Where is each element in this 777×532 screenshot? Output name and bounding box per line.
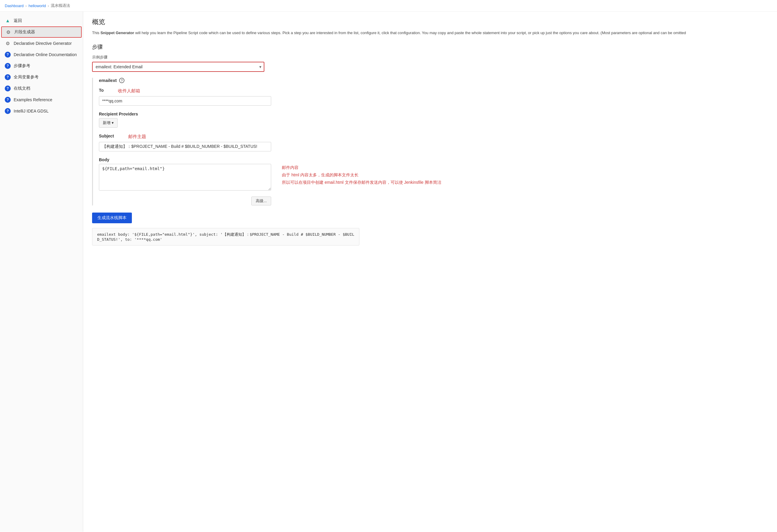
overview-desc: This Snippet Generator will help you lea… bbox=[92, 30, 768, 36]
main-content: 概览 This Snippet Generator will help you … bbox=[83, 12, 777, 532]
body-textarea[interactable] bbox=[99, 164, 271, 190]
overview-desc-bold: Snippet Generator bbox=[100, 31, 134, 35]
form-section: emailext ? To 收件人邮箱 Recipient Providers … bbox=[92, 78, 768, 206]
sidebar-item-declarative-directive[interactable]: ⚙ Declarative Directive Generator bbox=[0, 38, 83, 49]
arrow-up-icon: ▲ bbox=[5, 18, 11, 24]
breadcrumb-helloworld[interactable]: helloworld bbox=[28, 4, 46, 8]
emailext-header: emailext ? bbox=[99, 78, 768, 83]
sidebar: ▲ 返回 ⚙ 片段生成器 ⚙ Declarative Directive Gen… bbox=[0, 12, 83, 532]
sidebar-item-online-docs[interactable]: ? 在线文档 bbox=[0, 83, 83, 94]
steps-title: 步骤 bbox=[92, 43, 768, 50]
overview-title: 概览 bbox=[92, 17, 768, 26]
circle-q-icon-2: ? bbox=[5, 74, 11, 80]
body-annotation: 邮件内容 由于 html 内容太多，生成的脚本文件太长 所以可以在项目中创建 e… bbox=[282, 164, 441, 186]
body-annotation-line3: 所以可以在项目中创建 email.html 文件保存邮件发送内容，可以使 Jen… bbox=[282, 179, 441, 186]
body-annotation-line2: 由于 html 内容太多，生成的脚本文件太长 bbox=[282, 171, 441, 179]
add-button[interactable]: 新增 ▾ bbox=[99, 118, 118, 128]
circle-q-icon-1: ? bbox=[5, 63, 11, 69]
overview-desc-part1: This bbox=[92, 31, 100, 35]
circle-q-icon-0: ? bbox=[5, 52, 11, 57]
help-icon[interactable]: ? bbox=[119, 78, 124, 83]
gear-icon-directive: ⚙ bbox=[5, 40, 11, 46]
sidebar-item-label-step-ref: 步骤参考 bbox=[14, 63, 30, 69]
sidebar-item-label-global-vars: 全局变量参考 bbox=[14, 75, 38, 80]
sidebar-item-label-examples-ref: Examples Reference bbox=[14, 97, 52, 102]
gear-icon-snippet: ⚙ bbox=[5, 29, 11, 35]
steps-field-label: 示例步骤 bbox=[92, 54, 768, 60]
emailext-label: emailext bbox=[99, 78, 117, 83]
breadcrumb-sep-1: › bbox=[25, 4, 27, 8]
body-label: Body bbox=[99, 157, 768, 162]
body-group: Body 邮件内容 由于 html 内容太多，生成的脚本文件太长 所以可以在项目… bbox=[99, 157, 768, 190]
to-label: To bbox=[99, 88, 104, 93]
to-annotation: 收件人邮箱 bbox=[118, 88, 140, 94]
output-section: emailext body: '${FILE,path="email.html"… bbox=[92, 228, 359, 246]
body-annotation-line1: 邮件内容 bbox=[282, 164, 441, 171]
to-input[interactable] bbox=[99, 96, 271, 106]
recipient-providers-label: Recipient Providers bbox=[99, 112, 768, 116]
breadcrumb-current: 流水线语法 bbox=[51, 3, 70, 8]
sidebar-item-label-snippet: 片段生成器 bbox=[14, 29, 35, 35]
sidebar-item-label-online-doc: Declarative Online Documentation bbox=[14, 52, 77, 57]
sidebar-item-snippet-generator[interactable]: ⚙ 片段生成器 bbox=[1, 26, 82, 38]
steps-select-wrapper: emailext: Extended Email ▾ bbox=[92, 62, 264, 72]
add-btn-label: 新增 bbox=[103, 120, 110, 126]
generate-pipeline-script-button[interactable]: 生成流水线脚本 bbox=[92, 213, 132, 223]
advanced-button[interactable]: 高级... bbox=[251, 196, 271, 206]
sidebar-back[interactable]: ▲ 返回 bbox=[0, 15, 83, 26]
sidebar-item-examples-reference[interactable]: ? Examples Reference bbox=[0, 94, 83, 105]
sidebar-item-declarative-online-doc[interactable]: ? Declarative Online Documentation bbox=[0, 49, 83, 60]
advanced-row: 高级... bbox=[99, 196, 271, 206]
circle-q-icon-4: ? bbox=[5, 97, 11, 103]
page-layout: ▲ 返回 ⚙ 片段生成器 ⚙ Declarative Directive Gen… bbox=[0, 12, 777, 532]
breadcrumb-dashboard[interactable]: Dashboard bbox=[5, 4, 24, 8]
subject-label: Subject bbox=[99, 134, 114, 138]
subject-input[interactable] bbox=[99, 142, 271, 151]
circle-q-icon-3: ? bbox=[5, 86, 11, 92]
body-row: 邮件内容 由于 html 内容太多，生成的脚本文件太长 所以可以在项目中创建 e… bbox=[99, 164, 768, 190]
steps-select[interactable]: emailext: Extended Email bbox=[92, 62, 264, 72]
sidebar-item-label-online-docs: 在线文档 bbox=[14, 86, 30, 91]
recipient-providers-group: Recipient Providers 新增 ▾ bbox=[99, 112, 768, 128]
sidebar-item-intellij[interactable]: ? IntelliJ IDEA GDSL bbox=[0, 105, 83, 117]
breadcrumb-sep-2: › bbox=[48, 4, 49, 8]
dropdown-arrow-icon: ▾ bbox=[112, 121, 114, 125]
sidebar-back-label: 返回 bbox=[14, 18, 22, 23]
sidebar-item-label-directive: Declarative Directive Generator bbox=[14, 41, 72, 46]
overview-desc-part2: will help you learn the Pipeline Script … bbox=[134, 31, 686, 35]
subject-group: Subject 邮件主题 bbox=[99, 134, 768, 151]
sidebar-item-step-reference[interactable]: ? 步骤参考 bbox=[0, 60, 83, 72]
sidebar-item-global-vars[interactable]: ? 全局变量参考 bbox=[0, 72, 83, 83]
subject-annotation: 邮件主题 bbox=[128, 134, 146, 140]
to-group: To 收件人邮箱 bbox=[99, 88, 768, 106]
circle-q-icon-5: ? bbox=[5, 108, 11, 114]
sidebar-item-label-intellij: IntelliJ IDEA GDSL bbox=[14, 109, 49, 113]
steps-section: 步骤 示例步骤 emailext: Extended Email ▾ bbox=[92, 43, 768, 72]
breadcrumb: Dashboard › helloworld › 流水线语法 bbox=[0, 0, 777, 12]
